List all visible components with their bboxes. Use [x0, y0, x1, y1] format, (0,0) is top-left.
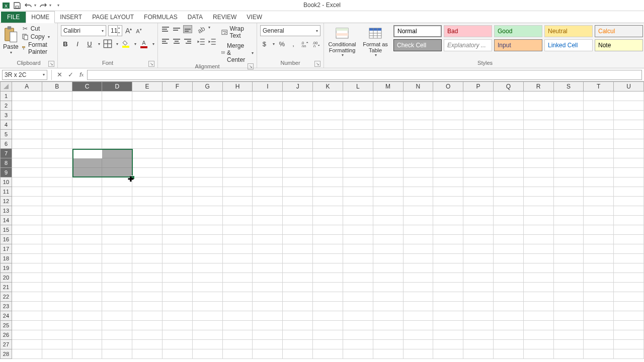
cell[interactable]: [253, 263, 283, 273]
cell[interactable]: [343, 130, 373, 139]
cell[interactable]: [223, 197, 253, 206]
cell[interactable]: [223, 349, 253, 359]
cell[interactable]: [102, 197, 132, 206]
cell[interactable]: [283, 92, 313, 101]
cell[interactable]: [524, 101, 554, 111]
cell[interactable]: [404, 120, 434, 130]
cell[interactable]: [12, 101, 42, 111]
cell[interactable]: [163, 168, 193, 177]
column-header[interactable]: B: [42, 81, 72, 92]
cell[interactable]: [102, 263, 132, 273]
cell[interactable]: [404, 158, 434, 168]
cell[interactable]: [494, 216, 524, 225]
cancel-formula-icon[interactable]: ✕: [54, 70, 65, 80]
save-icon[interactable]: [13, 2, 21, 10]
cell[interactable]: [313, 216, 343, 225]
cell[interactable]: [163, 244, 193, 254]
cell[interactable]: [132, 254, 163, 263]
cell[interactable]: [102, 111, 132, 120]
cell[interactable]: [283, 292, 313, 302]
cell[interactable]: [433, 158, 463, 168]
cell[interactable]: [223, 302, 253, 311]
cell[interactable]: [102, 244, 132, 254]
cell[interactable]: [373, 120, 404, 130]
cell[interactable]: [373, 311, 404, 321]
cell[interactable]: [223, 149, 253, 158]
cell[interactable]: [524, 120, 554, 130]
cell[interactable]: [433, 216, 463, 225]
cell[interactable]: [283, 330, 313, 340]
cell[interactable]: [343, 187, 373, 197]
cell[interactable]: [463, 130, 494, 139]
cell[interactable]: [42, 139, 72, 149]
cell-style-normal[interactable]: Normal: [393, 25, 442, 37]
qat-customize-icon[interactable]: ▾: [57, 3, 59, 8]
cell[interactable]: [313, 244, 343, 254]
cell[interactable]: [102, 101, 132, 111]
cell[interactable]: [72, 130, 103, 139]
cell[interactable]: [404, 311, 434, 321]
cell[interactable]: [313, 254, 343, 263]
cell[interactable]: [223, 120, 253, 130]
cell[interactable]: [253, 330, 283, 340]
cell[interactable]: [524, 187, 554, 197]
cell[interactable]: [524, 92, 554, 101]
cell[interactable]: [132, 92, 163, 101]
cell[interactable]: [223, 340, 253, 349]
column-header[interactable]: Q: [494, 81, 524, 92]
cell[interactable]: [554, 263, 584, 273]
cell[interactable]: [42, 111, 72, 120]
cell[interactable]: [463, 302, 494, 311]
row-header[interactable]: 3: [0, 111, 12, 120]
cell-style-note[interactable]: Note: [595, 39, 643, 51]
cell[interactable]: [42, 292, 72, 302]
name-box[interactable]: 3R x 2C ▾: [2, 70, 47, 80]
cell[interactable]: [524, 158, 554, 168]
cell[interactable]: [163, 349, 193, 359]
cell[interactable]: [373, 349, 404, 359]
row-header[interactable]: 8: [0, 158, 12, 168]
cell[interactable]: [614, 244, 644, 254]
cell[interactable]: [554, 139, 584, 149]
cell[interactable]: [72, 263, 103, 273]
cell[interactable]: [132, 235, 163, 244]
cell[interactable]: [343, 302, 373, 311]
cell[interactable]: [343, 92, 373, 101]
cell[interactable]: [343, 139, 373, 149]
cell[interactable]: [253, 340, 283, 349]
comma-icon[interactable]: ,: [289, 39, 298, 48]
font-color-dropdown-icon[interactable]: ▾: [152, 42, 154, 46]
cell[interactable]: [253, 139, 283, 149]
cell[interactable]: [433, 340, 463, 349]
cell[interactable]: [463, 92, 494, 101]
cell[interactable]: [193, 216, 223, 225]
accounting-dropdown-icon[interactable]: ▾: [273, 42, 275, 46]
cell[interactable]: [42, 206, 72, 216]
cell[interactable]: [283, 273, 313, 283]
column-header[interactable]: I: [253, 81, 283, 92]
cell[interactable]: [584, 187, 614, 197]
cell[interactable]: [163, 111, 193, 120]
cell[interactable]: [132, 120, 163, 130]
cell[interactable]: [404, 197, 434, 206]
cell[interactable]: [42, 101, 72, 111]
cell[interactable]: [72, 349, 103, 359]
column-header[interactable]: L: [343, 81, 373, 92]
cell[interactable]: [313, 263, 343, 273]
cell[interactable]: [72, 120, 103, 130]
row-header[interactable]: 24: [0, 311, 12, 321]
select-all-corner[interactable]: [0, 81, 12, 92]
cell[interactable]: [433, 349, 463, 359]
cell[interactable]: [494, 168, 524, 177]
cell[interactable]: [404, 139, 434, 149]
align-middle-icon[interactable]: [172, 25, 181, 33]
cell[interactable]: [223, 330, 253, 340]
column-header[interactable]: F: [163, 81, 193, 92]
cell[interactable]: [72, 302, 103, 311]
cell[interactable]: [102, 149, 132, 158]
row-header[interactable]: 12: [0, 197, 12, 206]
cell[interactable]: [313, 130, 343, 139]
cell[interactable]: [554, 120, 584, 130]
cell[interactable]: [404, 130, 434, 139]
copy-dropdown-icon[interactable]: ▾: [48, 35, 50, 39]
